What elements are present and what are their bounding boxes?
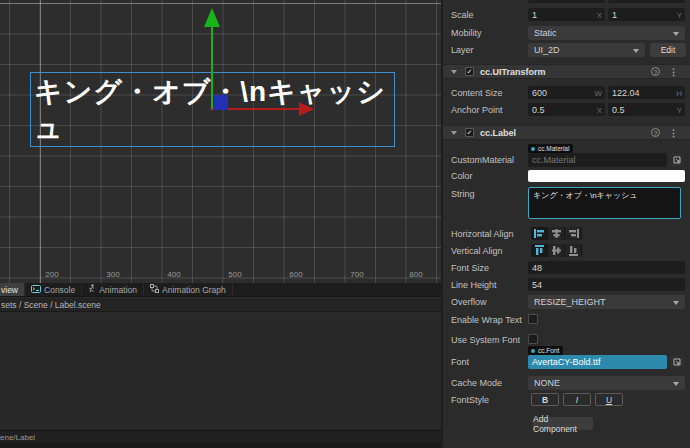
anchor-y-input[interactable]: 0.5Y <box>608 103 685 116</box>
align-middle-button[interactable] <box>548 244 565 257</box>
line-height-input[interactable]: 54 <box>528 278 685 291</box>
align-right-button[interactable] <box>565 227 582 240</box>
label-component-header[interactable]: ✓ cc.Label ? ⋮ <box>443 125 690 140</box>
align-bottom-button[interactable] <box>565 244 582 257</box>
kebab-menu-icon[interactable]: ⋮ <box>669 128 678 138</box>
material-picker-icon[interactable] <box>670 153 684 167</box>
chevron-down-icon <box>673 301 679 305</box>
clipped-row <box>443 0 690 3</box>
font-picker-icon[interactable] <box>670 355 684 369</box>
mobility-select[interactable]: Static <box>528 26 685 40</box>
label-component-title: cc.Label <box>480 128 516 138</box>
cache-mode-label: Cache Mode <box>451 376 502 390</box>
ruler-label: 200 <box>45 270 58 279</box>
font-type-tag-label: cc.Font <box>538 347 559 354</box>
string-textarea[interactable]: キング・オブ・\nキャッシュ <box>528 187 681 219</box>
status-path: ene/Label <box>0 433 35 442</box>
align-top-button[interactable] <box>531 244 548 257</box>
anchor-point-label: Anchor Point <box>451 103 503 116</box>
ruler-label: 800 <box>409 270 422 279</box>
breadcrumb-bar[interactable]: sets / Scene / Label.scene <box>0 298 441 312</box>
color-label: Color <box>451 170 473 182</box>
anchor-x-input[interactable]: 0.5X <box>528 103 605 116</box>
scale-y-input[interactable]: 1Y <box>608 8 685 21</box>
ruler-label: 700 <box>350 270 363 279</box>
unit-y: Y <box>677 10 682 19</box>
clipped-input[interactable] <box>608 0 685 3</box>
tab-animation-graph[interactable]: Animation Graph <box>144 283 233 296</box>
uitransform-header[interactable]: ✓ cc.UITransform ? ⋮ <box>443 64 690 79</box>
string-row: String キング・オブ・\nキャッシュ <box>443 187 690 219</box>
material-type-tag-label: cc.Material <box>538 145 569 152</box>
align-center-button[interactable] <box>548 227 565 240</box>
layer-value: UI_2D <box>534 45 560 55</box>
bold-button[interactable]: B <box>531 393 559 406</box>
enable-wrap-checkbox[interactable] <box>528 314 538 324</box>
content-size-row: Content Size 600W 122.04H <box>443 86 690 99</box>
layer-row: Layer UI_2D Edit <box>443 43 690 57</box>
unit-x: X <box>597 10 602 19</box>
animation-icon <box>88 284 96 295</box>
use-system-font-checkbox[interactable] <box>528 334 538 344</box>
font-size-label: Font Size <box>451 261 489 274</box>
gizmo-y-arrowhead-icon[interactable] <box>204 8 220 27</box>
color-swatch[interactable] <box>528 170 685 182</box>
chevron-down-icon[interactable] <box>451 70 457 74</box>
vertical-align-row: Vertical Align <box>443 244 690 257</box>
custom-material-placeholder: cc.Material <box>532 155 576 165</box>
vertical-align-group <box>531 244 582 257</box>
add-component-button[interactable]: Add Component <box>533 417 593 430</box>
bottom-panel-tabbar: view Console Animation Animation Graph <box>0 283 441 297</box>
unit-w: W <box>594 88 602 97</box>
tab-console[interactable]: Console <box>25 283 82 296</box>
scene-canvas[interactable]: キング・オブ・\nキャッシュ 200 300 400 500 600 700 8… <box>0 0 441 283</box>
content-height-input[interactable]: 122.04H <box>608 86 685 99</box>
component-enabled-checkbox[interactable]: ✓ <box>465 128 474 137</box>
underline-button[interactable]: U <box>595 393 623 406</box>
font-size-input[interactable]: 48 <box>528 261 685 274</box>
help-icon[interactable]: ? <box>651 67 660 76</box>
kebab-menu-icon[interactable]: ⋮ <box>669 67 678 77</box>
help-icon[interactable]: ? <box>651 128 660 137</box>
component-enabled-checkbox[interactable]: ✓ <box>465 67 474 76</box>
content-width-input[interactable]: 600W <box>528 86 605 99</box>
font-row: Font AvertaCY-Bold.ttf <box>443 355 690 369</box>
chevron-down-icon[interactable] <box>451 131 457 135</box>
font-label: Font <box>451 355 469 369</box>
chevron-down-icon <box>673 382 679 386</box>
ruler-label: 300 <box>106 270 119 279</box>
font-asset-field[interactable]: AvertaCY-Bold.ttf <box>528 355 667 369</box>
layer-edit-button[interactable]: Edit <box>650 43 686 57</box>
enable-wrap-label: Enable Wrap Text <box>451 313 522 326</box>
line-height-value: 54 <box>532 280 542 290</box>
grid-major-line-horizontal <box>0 3 441 4</box>
chevron-down-icon <box>633 49 639 53</box>
use-system-font-row: Use System Font <box>443 333 690 346</box>
tab-animation-graph-label: Animation Graph <box>162 285 226 295</box>
mobility-value: Static <box>534 28 557 38</box>
italic-button[interactable]: I <box>563 393 591 406</box>
scene-label-text[interactable]: キング・オブ・\nキャッシュ <box>34 74 386 146</box>
assets-panel-body[interactable] <box>0 313 441 430</box>
gizmo-x-arrowhead-icon[interactable] <box>299 102 314 116</box>
scale-x-input[interactable]: 1X <box>528 8 605 21</box>
font-asset-value: AvertaCY-Bold.ttf <box>532 357 601 367</box>
align-left-button[interactable] <box>531 227 548 240</box>
clipped-input[interactable] <box>528 0 605 3</box>
cache-mode-select[interactable]: NONE <box>528 376 685 390</box>
mobility-label: Mobility <box>451 26 482 40</box>
chevron-down-icon <box>673 32 679 36</box>
overflow-select[interactable]: RESIZE_HEIGHT <box>528 295 685 309</box>
tab-view-label: view <box>1 285 18 295</box>
tab-animation[interactable]: Animation <box>82 283 144 296</box>
content-width-value: 600 <box>532 88 547 98</box>
gizmo-y-axis[interactable] <box>211 26 213 110</box>
scale-row: Scale 1X 1Y <box>443 8 690 21</box>
tab-view[interactable]: view <box>0 283 25 296</box>
color-row: Color <box>443 170 690 182</box>
gizmo-origin-handle[interactable] <box>214 95 228 110</box>
horizontal-align-group <box>531 227 582 240</box>
line-height-label: Line Height <box>451 278 497 291</box>
custom-material-field[interactable]: cc.Material <box>528 153 667 167</box>
layer-select[interactable]: UI_2D <box>528 43 645 57</box>
